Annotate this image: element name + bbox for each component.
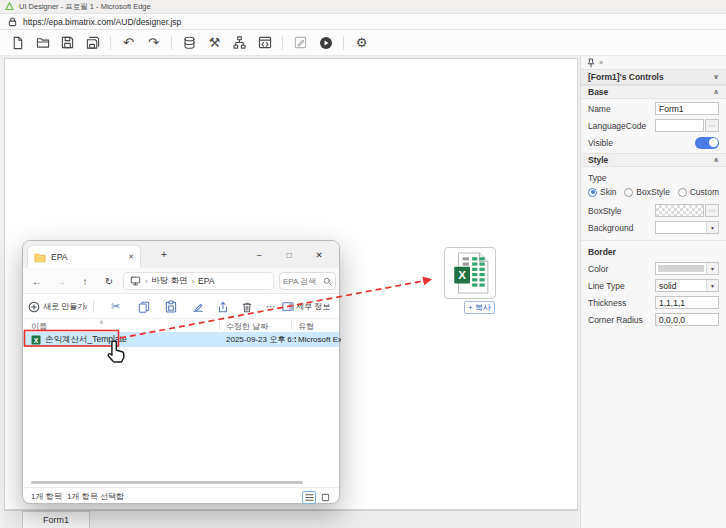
breadcrumb-epa[interactable]: EPA (198, 276, 214, 286)
window-minimize-button[interactable]: – (247, 241, 271, 268)
properties-panel: » [Form1]'s Controls ∨ Base ∧ Name Langu… (580, 56, 726, 528)
column-date[interactable]: 수정한 날짜 (226, 321, 268, 332)
radio-skin-control[interactable] (588, 188, 597, 197)
window-maximize-button[interactable]: □ (277, 241, 301, 268)
forward-button[interactable]: → (53, 273, 69, 289)
refresh-button[interactable]: ↻ (101, 273, 117, 289)
row-background: Background ▾ (581, 220, 726, 235)
more-options-button[interactable]: ⋯ (266, 298, 276, 315)
collapse-panel-icon[interactable]: » (599, 59, 603, 66)
section-border-label: Border (581, 240, 726, 259)
save-all-button[interactable] (80, 33, 105, 53)
background-select[interactable]: ▾ (655, 221, 719, 234)
background-value (656, 222, 706, 233)
new-tab-button[interactable]: + (161, 249, 167, 260)
save-button[interactable] (55, 33, 80, 53)
controls-header[interactable]: [Form1]'s Controls ∨ (581, 70, 726, 85)
open-folder-button[interactable] (30, 33, 55, 53)
column-type[interactable]: 유형 (298, 321, 314, 332)
border-color-select[interactable]: ▾ (655, 262, 719, 275)
radio-boxstyle[interactable]: BoxStyle (624, 187, 670, 197)
database-button[interactable] (177, 33, 202, 53)
desktop-icon (130, 276, 141, 286)
new-file-button[interactable] (5, 33, 30, 53)
corner-radius-field[interactable] (655, 313, 719, 326)
share-button[interactable] (217, 298, 229, 315)
horizontal-scrollbar[interactable] (31, 481, 303, 484)
hierarchy-button[interactable] (227, 33, 252, 53)
radio-boxstyle-control[interactable] (624, 188, 633, 197)
new-item-label[interactable]: 새로 만들기 (43, 298, 85, 315)
languagecode-field[interactable] (655, 119, 704, 132)
search-input[interactable] (283, 277, 323, 286)
column-name[interactable]: 이름 (31, 321, 47, 332)
tab-close-icon[interactable]: ✕ (128, 253, 134, 261)
section-base[interactable]: Base ∧ (581, 85, 726, 99)
delete-button[interactable] (241, 298, 253, 315)
edit-button[interactable] (288, 33, 313, 53)
radio-custom[interactable]: Custom (678, 187, 719, 197)
tools-icon: ⚒ (209, 35, 221, 50)
file-name[interactable]: 손익계산서_Template (45, 334, 175, 346)
edit-icon (294, 36, 307, 49)
boxstyle-browse-button[interactable]: ⋯ (705, 204, 719, 217)
boxstyle-label: BoxStyle (588, 206, 622, 216)
radio-custom-control[interactable] (678, 188, 687, 197)
undo-button[interactable]: ↶ (116, 33, 141, 53)
new-item-button[interactable] (28, 298, 40, 315)
settings-button[interactable]: ⚙ (349, 33, 374, 53)
explorer-search[interactable] (279, 272, 336, 290)
selected-count: 1개 항목 선택함 (67, 491, 124, 502)
icon-view-button[interactable] (318, 491, 332, 504)
copy-button[interactable] (138, 298, 150, 315)
url-text[interactable]: https://epa.bimatrix.com/AUD/designer.js… (23, 17, 181, 27)
name-field[interactable] (655, 102, 719, 115)
explorer-tab-label: EPA (51, 252, 67, 262)
tools-button[interactable]: ⚒ (202, 33, 227, 53)
explorer-tab-epa[interactable]: EPA ✕ (27, 245, 141, 268)
script-editor-button[interactable] (252, 33, 277, 53)
copy-icon (138, 301, 150, 313)
window-close-button[interactable]: ✕ (307, 241, 331, 268)
cut-button[interactable]: ✂ (111, 298, 120, 315)
chevron-up-icon: ∧ (713, 88, 719, 96)
up-button[interactable]: ↑ (77, 273, 93, 289)
boxstyle-swatch[interactable] (655, 204, 704, 217)
explorer-command-bar: 새로 만들기 ∨ ✂ (23, 294, 339, 319)
redo-button[interactable]: ↷ (141, 33, 166, 53)
chevron-up-icon: ∧ (713, 156, 719, 164)
chevron-down-icon[interactable]: ▾ (706, 222, 718, 233)
lock-icon (8, 17, 17, 27)
chevron-down-icon[interactable]: ▾ (706, 263, 718, 274)
browser-urlbar[interactable]: https://epa.bimatrix.com/AUD/designer.js… (0, 14, 726, 30)
chevron-down-icon[interactable]: ▾ (706, 280, 718, 291)
breadcrumb[interactable]: › 바탕 화면 › EPA (123, 272, 274, 290)
paste-button[interactable] (165, 298, 177, 315)
chevron-down-icon: ∨ (713, 73, 719, 81)
save-icon (61, 36, 74, 49)
column-separator (219, 321, 220, 330)
tab-form1[interactable]: Form1 (22, 511, 90, 528)
redo-icon: ↷ (148, 35, 159, 50)
designer-toolbar: ↶ ↷ ⚒ ⚙ (0, 30, 726, 56)
search-icon (323, 277, 332, 286)
section-style[interactable]: Style ∧ (581, 153, 726, 167)
list-view-button[interactable] (302, 491, 316, 504)
command-separator (93, 300, 94, 313)
back-button[interactable]: ← (29, 273, 45, 289)
languagecode-browse-button[interactable]: ⋯ (705, 119, 719, 132)
visible-toggle[interactable] (695, 137, 719, 149)
radio-skin[interactable]: Skin (588, 187, 617, 197)
details-pane-label[interactable]: 세부 정보 (296, 298, 330, 315)
run-button[interactable] (313, 33, 338, 53)
excel-drop-target[interactable]: X (444, 247, 496, 299)
rename-button[interactable] (192, 298, 204, 315)
pin-icon[interactable] (587, 58, 595, 68)
file-row-selected[interactable]: X 손익계산서_Template 2025-09-23 오후 6:50 Micr… (23, 332, 339, 347)
details-pane-button[interactable] (282, 298, 294, 315)
border-color-swatch (658, 265, 704, 272)
line-type-select[interactable]: solid ▾ (655, 279, 719, 292)
plus-circle-icon (28, 301, 40, 313)
breadcrumb-desktop[interactable]: 바탕 화면 (151, 275, 187, 287)
thickness-field[interactable] (655, 296, 719, 309)
